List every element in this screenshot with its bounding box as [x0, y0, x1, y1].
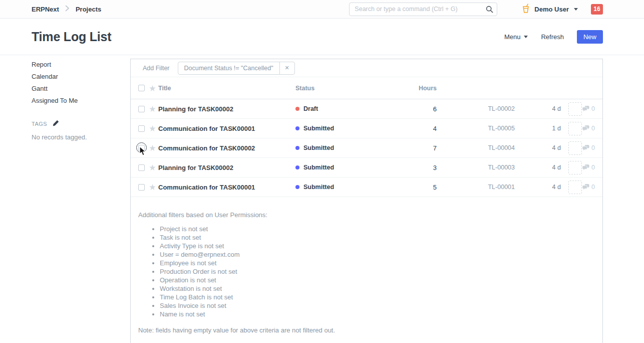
row-checkbox[interactable]: [138, 106, 145, 112]
status-label: Submitted: [303, 184, 334, 191]
row-title-link[interactable]: Planning for TASK00002: [158, 105, 295, 113]
remove-filter-button[interactable]: ✕: [279, 62, 294, 74]
brand-link[interactable]: ERPNext: [32, 6, 59, 13]
star-icon[interactable]: [149, 125, 158, 131]
table-row: Communication for TASK00001 Submitted 4 …: [131, 119, 602, 138]
refresh-button[interactable]: Refresh: [541, 33, 564, 41]
permissions-item: Activity Type is not set: [160, 242, 595, 250]
status-indicator-dot: [295, 185, 299, 189]
tags-section-label: TAGS: [32, 120, 130, 127]
column-hours: Hours: [395, 85, 437, 92]
table-row: Planning for TASK00002 Draft 6 TL-00002 …: [131, 99, 602, 119]
permissions-heading: Additional filters based on User Permiss…: [138, 211, 595, 219]
row-checkbox[interactable]: [138, 164, 145, 171]
new-button[interactable]: New: [577, 30, 603, 44]
active-filter-chip: Document Status != "Cancelled" ✕: [178, 62, 295, 75]
star-icon[interactable]: [149, 184, 158, 190]
comments-cell[interactable]: 0: [582, 184, 595, 191]
permissions-item: Operation is not set: [160, 276, 595, 284]
permissions-list: Project is not set Task is not set Activ…: [138, 225, 595, 318]
row-title-link[interactable]: Communication for TASK00002: [158, 144, 295, 152]
comments-cell[interactable]: 0: [582, 164, 595, 171]
assignee-cell: [561, 181, 582, 194]
assign-placeholder[interactable]: [568, 122, 582, 135]
permissions-item: Task is not set: [160, 233, 595, 242]
comments-icon: [582, 164, 589, 171]
comment-count: 0: [591, 184, 595, 191]
select-all-checkbox[interactable]: [138, 85, 145, 91]
table-row: Communication for TASK00002 Submitted 7 …: [131, 138, 602, 158]
tags-empty-text: No records tagged.: [32, 133, 130, 141]
hours-value: 5: [395, 184, 437, 191]
pencil-icon[interactable]: [53, 120, 59, 127]
row-checkbox[interactable]: [138, 145, 145, 151]
assignee-cell: [561, 161, 582, 175]
comments-icon: [582, 184, 589, 191]
navbar: ERPNext Projects Demo User 16: [0, 0, 644, 19]
permissions-footnote: Note: fields having empty value for abov…: [138, 326, 595, 334]
user-permissions-note: Additional filters based on User Permiss…: [131, 197, 602, 343]
record-id-link[interactable]: TL-00002: [437, 105, 515, 112]
add-filter-button[interactable]: Add Filter: [143, 65, 170, 72]
comments-cell[interactable]: 0: [582, 105, 595, 112]
record-id-link[interactable]: TL-00005: [437, 125, 515, 132]
list-container: Add Filter Document Status != "Cancelled…: [130, 59, 603, 343]
search-icon[interactable]: [486, 6, 493, 15]
comments-icon: [582, 125, 589, 132]
sidebar-item-assigned-to-me[interactable]: Assigned To Me: [32, 95, 130, 107]
row-checkbox[interactable]: [138, 184, 145, 191]
column-status: Status: [295, 85, 395, 92]
comments-icon: [582, 105, 589, 112]
menu-button[interactable]: Menu: [504, 33, 528, 41]
assign-placeholder[interactable]: [568, 102, 582, 116]
breadcrumb: ERPNext Projects: [32, 5, 101, 13]
assign-placeholder[interactable]: [568, 161, 582, 175]
status-indicator-dot: [295, 146, 299, 150]
sidebar-item-report[interactable]: Report: [32, 59, 130, 71]
page-actions: Menu Refresh New: [504, 30, 603, 44]
permissions-item: User = demo@erpnext.com: [160, 250, 595, 259]
record-id-link[interactable]: TL-00003: [437, 164, 515, 171]
star-icon[interactable]: [149, 164, 158, 170]
record-id-link[interactable]: TL-00004: [437, 144, 515, 151]
status-label: Draft: [303, 105, 318, 112]
hours-value: 6: [395, 105, 437, 113]
row-checkbox[interactable]: [138, 125, 145, 132]
page-body: Report Calendar Gantt Assigned To Me TAG…: [0, 55, 644, 343]
status-cell: Draft: [295, 105, 395, 112]
permissions-item: Time Log Batch is not set: [160, 293, 595, 301]
global-search: [349, 3, 497, 16]
star-icon[interactable]: [149, 106, 158, 112]
search-input[interactable]: [349, 3, 497, 16]
permissions-item: Name is not set: [160, 310, 595, 318]
status-indicator-dot: [295, 165, 299, 169]
menu-button-label: Menu: [504, 33, 521, 41]
last-modified: 1 d: [515, 125, 561, 132]
status-label: Submitted: [303, 164, 334, 171]
juice-cup-icon: [521, 4, 530, 15]
star-icon[interactable]: [149, 145, 158, 151]
hours-value: 4: [395, 125, 437, 132]
row-title-link[interactable]: Communication for TASK00001: [158, 184, 295, 191]
comments-icon: [582, 144, 589, 151]
comments-cell[interactable]: 0: [582, 125, 595, 132]
last-modified: 4 d: [515, 144, 561, 151]
row-title-link[interactable]: Planning for TASK00002: [158, 164, 295, 172]
status-cell: Submitted: [295, 144, 395, 151]
record-id-link[interactable]: TL-00001: [437, 184, 515, 191]
sidebar-item-calendar[interactable]: Calendar: [32, 71, 130, 83]
comments-cell[interactable]: 0: [582, 144, 595, 151]
assign-placeholder[interactable]: [568, 141, 582, 155]
status-label: Submitted: [303, 125, 334, 132]
last-modified: 4 d: [515, 184, 561, 191]
filter-chip-label[interactable]: Document Status != "Cancelled": [178, 62, 279, 74]
row-title-link[interactable]: Communication for TASK00001: [158, 125, 295, 132]
user-menu[interactable]: Demo User: [521, 4, 578, 15]
breadcrumb-module-link[interactable]: Projects: [76, 6, 101, 13]
sidebar-item-gantt[interactable]: Gantt: [32, 83, 130, 95]
permissions-item: Workstation is not set: [160, 284, 595, 293]
notification-badge[interactable]: 16: [591, 4, 603, 15]
assign-placeholder[interactable]: [568, 181, 582, 194]
status-cell: Submitted: [295, 184, 395, 191]
chevron-right-icon: [65, 5, 70, 13]
